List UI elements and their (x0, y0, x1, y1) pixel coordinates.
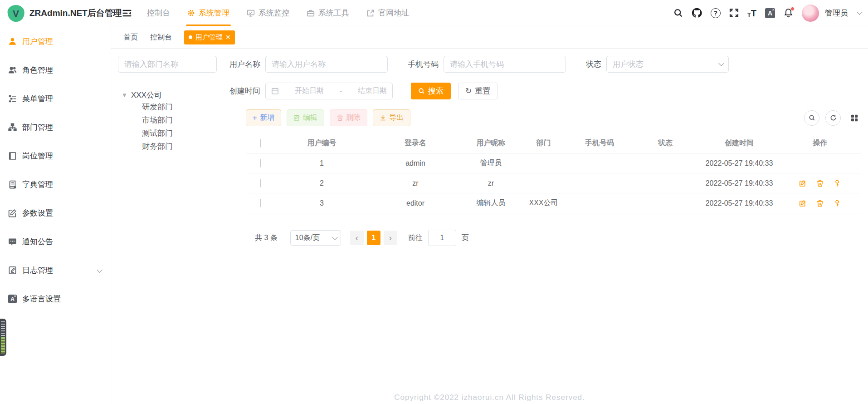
tab-console[interactable]: 控制台 (150, 33, 172, 42)
edit-row-icon[interactable] (799, 180, 806, 187)
cell-created: 2022-05-27 19:40:33 (700, 179, 779, 187)
sidebar-item-posts[interactable]: 岗位管理 (0, 142, 111, 170)
app-window: V ZRAdmin.NET后台管理 用户管理 角色管理 菜单管理 (0, 0, 868, 404)
search-button[interactable]: 搜索 (411, 83, 451, 99)
tree-node-child[interactable]: 测试部门 (118, 127, 229, 140)
date-range-picker[interactable]: 开始日期 - 结束日期 (265, 83, 393, 99)
sidebar-item-menus[interactable]: 菜单管理 (0, 84, 111, 113)
edit-square-icon (8, 209, 17, 217)
tree-node-child[interactable]: 市场部门 (118, 113, 229, 127)
search-icon[interactable] (673, 8, 683, 18)
tree-node-label: XXX公司 (131, 90, 162, 100)
add-button[interactable]: + 新增 (246, 109, 281, 126)
active-dot-icon (189, 35, 192, 39)
topnav-item-monitor[interactable]: 系统监控 (238, 0, 298, 26)
export-button[interactable]: 导出 (373, 109, 410, 126)
topnav-item-console[interactable]: 控制台 (138, 0, 179, 26)
collapse-sidebar-icon[interactable] (122, 8, 132, 18)
select-all-checkbox[interactable] (260, 139, 261, 148)
edge-peek-widget[interactable] (0, 319, 6, 356)
column-header: 登录名 (368, 138, 463, 148)
filter-row-2: 创建时间 开始日期 - 结束日期 (229, 83, 868, 99)
topnav-item-system[interactable]: 系统管理 (179, 0, 238, 26)
department-search-input[interactable]: 请输入部门名称 (118, 56, 217, 73)
status-label: 状态 (586, 59, 601, 69)
sidebar-item-parameters[interactable]: 参数设置 (0, 199, 111, 227)
column-settings-icon[interactable] (847, 110, 862, 126)
user-menu-chevron-icon[interactable] (857, 9, 863, 15)
page-content: 请输入部门名称 ▼ XXX公司 研发部门 市场部门 测试部门 财务部门 (111, 49, 868, 404)
tree-node-child[interactable]: 财务部门 (118, 140, 229, 153)
reset-button-label: 重置 (475, 86, 490, 96)
cell-login: admin (368, 159, 463, 168)
table-row: 2 zr zr 2022-05-27 19:40:33 (246, 173, 861, 193)
sidebar-item-label: 菜单管理 (22, 94, 53, 104)
username-input[interactable]: 请输入用户名称 (265, 56, 388, 73)
next-page-button[interactable]: › (384, 231, 397, 245)
search-icon (418, 88, 425, 94)
fullscreen-icon[interactable] (729, 8, 739, 18)
edit-row-icon[interactable] (799, 200, 806, 207)
reset-button[interactable]: ↻ 重置 (458, 83, 497, 99)
goto-page-input[interactable] (428, 230, 456, 246)
sidebar-item-logs[interactable]: 日志管理 (0, 256, 111, 285)
show-search-toggle-button[interactable] (804, 110, 819, 126)
phone-label: 手机号码 (408, 59, 439, 69)
sidebar-item-label: 用户管理 (22, 36, 53, 47)
chevron-down-icon (97, 266, 101, 275)
cell-created: 2022-05-27 19:40:33 (700, 199, 779, 207)
logo-letter: V (13, 8, 19, 19)
selected-value: 用户状态 (613, 59, 644, 69)
delete-row-icon[interactable] (816, 180, 824, 187)
cell-created: 2022-05-27 19:40:33 (700, 159, 779, 168)
sidebar-item-notices[interactable]: 通知公告 (0, 227, 111, 256)
sidebar-item-dictionary[interactable]: 字典管理 (0, 170, 111, 199)
column-header: 手机号码 (568, 138, 631, 148)
translate-icon[interactable]: A✕ (765, 8, 775, 18)
sidebar-item-departments[interactable]: 部门管理 (0, 113, 111, 142)
prev-page-button[interactable]: ‹ (350, 231, 364, 245)
topnav-item-website[interactable]: 官网地址 (358, 0, 418, 26)
search-button-label: 搜索 (428, 86, 444, 96)
tree-node-root[interactable]: ▼ XXX公司 (118, 90, 229, 100)
table-row: 1 admin 管理员 2022-05-27 19:40:33 (246, 153, 861, 173)
sidebar-item-label: 岗位管理 (22, 151, 53, 161)
close-tab-icon[interactable]: ✕ (225, 34, 231, 40)
cell-department: XXX公司 (519, 198, 568, 208)
refresh-table-button[interactable] (825, 110, 841, 126)
github-icon[interactable] (692, 8, 702, 18)
row-checkbox[interactable] (260, 179, 261, 187)
sidebar-item-i18n[interactable]: A✕ 多语言设置 (0, 285, 111, 313)
page-1-button[interactable]: 1 (367, 231, 380, 245)
tree-node-child[interactable]: 研发部门 (118, 100, 229, 113)
reset-password-key-icon[interactable] (834, 180, 841, 187)
help-icon[interactable]: ? (711, 8, 721, 18)
topnav-label: 官网地址 (378, 8, 409, 18)
delete-row-icon[interactable] (816, 200, 824, 207)
tab-user-management[interactable]: 用户管理 ✕ (184, 30, 235, 44)
row-checkbox[interactable] (260, 159, 261, 168)
reset-password-key-icon[interactable] (834, 200, 841, 207)
page-unit-label: 页 (462, 233, 469, 243)
tab-home[interactable]: 首页 (123, 33, 138, 42)
sidebar-item-roles[interactable]: 角色管理 (0, 56, 111, 84)
delete-button[interactable]: 删除 (330, 109, 367, 126)
notifications-bell-icon[interactable] (784, 8, 793, 18)
font-size-icon[interactable]: TT (747, 9, 756, 18)
main-area: 控制台 系统管理 系统监控 系统工具 (111, 0, 868, 404)
page-size-select[interactable]: 10条/页 (290, 230, 341, 246)
user-icon (8, 37, 17, 46)
caret-down-icon[interactable]: ▼ (122, 92, 127, 99)
topnav-item-tools[interactable]: 系统工具 (298, 0, 358, 26)
user-name[interactable]: 管理员 (825, 8, 848, 18)
status-select[interactable]: 用户状态 (606, 56, 729, 73)
range-separator: - (340, 87, 342, 95)
sidebar-item-users[interactable]: 用户管理 (0, 27, 111, 56)
topnav-label: 控制台 (147, 8, 170, 18)
row-checkbox[interactable] (260, 199, 261, 207)
phone-input[interactable]: 请输入手机号码 (444, 56, 566, 73)
edit-button[interactable]: 编辑 (287, 109, 324, 126)
toolbox-icon (307, 9, 315, 17)
logo-row[interactable]: V ZRAdmin.NET后台管理 (0, 0, 111, 26)
user-avatar[interactable] (802, 5, 819, 22)
